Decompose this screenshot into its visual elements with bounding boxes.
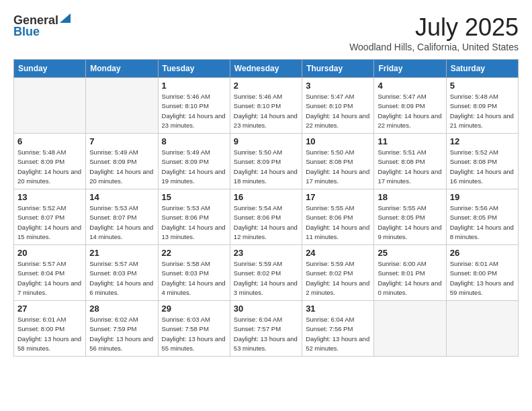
day-info: Sunrise: 5:59 AMSunset: 8:02 PMDaylight:… [234, 259, 298, 298]
calendar-cell: 19Sunrise: 5:56 AMSunset: 8:05 PMDayligh… [446, 189, 518, 245]
calendar-cell: 2Sunrise: 5:46 AMSunset: 8:10 PMDaylight… [230, 78, 302, 134]
week-row: 20Sunrise: 5:57 AMSunset: 8:04 PMDayligh… [14, 245, 519, 301]
day-info: Sunrise: 5:57 AMSunset: 8:04 PMDaylight:… [17, 259, 82, 298]
day-info: Sunrise: 5:53 AMSunset: 8:07 PMDaylight:… [89, 203, 154, 242]
calendar-cell: 21Sunrise: 5:57 AMSunset: 8:03 PMDayligh… [86, 245, 158, 301]
week-row: 1Sunrise: 5:46 AMSunset: 8:10 PMDaylight… [14, 78, 519, 134]
day-info: Sunrise: 5:55 AMSunset: 8:06 PMDaylight:… [306, 203, 370, 242]
day-number: 5 [450, 81, 515, 91]
calendar-cell: 25Sunrise: 6:00 AMSunset: 8:01 PMDayligh… [374, 245, 446, 301]
logo-arrow [60, 13, 71, 26]
week-row: 27Sunrise: 6:01 AMSunset: 8:00 PMDayligh… [14, 301, 519, 357]
calendar-cell: 23Sunrise: 5:59 AMSunset: 8:02 PMDayligh… [230, 245, 302, 301]
day-info: Sunrise: 6:02 AMSunset: 7:59 PMDaylight:… [89, 315, 154, 353]
calendar-cell: 11Sunrise: 5:51 AMSunset: 8:08 PMDayligh… [374, 134, 446, 189]
day-info: Sunrise: 5:46 AMSunset: 8:10 PMDaylight:… [234, 92, 298, 130]
calendar-cell: 5Sunrise: 5:48 AMSunset: 8:09 PMDaylight… [446, 78, 518, 134]
calendar-cell: 13Sunrise: 5:52 AMSunset: 8:07 PMDayligh… [14, 189, 86, 245]
calendar-cell: 26Sunrise: 6:01 AMSunset: 8:00 PMDayligh… [446, 245, 518, 301]
day-number: 2 [234, 81, 298, 91]
calendar-cell: 4Sunrise: 5:47 AMSunset: 8:09 PMDaylight… [374, 78, 446, 134]
day-number: 19 [450, 192, 515, 202]
day-info: Sunrise: 6:01 AMSunset: 8:00 PMDaylight:… [450, 259, 515, 298]
calendar-cell [446, 301, 518, 357]
day-number: 30 [234, 304, 298, 314]
day-info: Sunrise: 5:58 AMSunset: 8:03 PMDaylight:… [162, 259, 226, 298]
page-header: General Blue July 2025 Woodland Hills, C… [13, 13, 519, 52]
day-number: 4 [378, 81, 442, 91]
day-number: 27 [17, 304, 82, 314]
logo-blue: Blue [13, 25, 40, 39]
day-number: 18 [378, 192, 442, 202]
day-info: Sunrise: 5:47 AMSunset: 8:09 PMDaylight:… [378, 92, 442, 130]
calendar-cell: 10Sunrise: 5:50 AMSunset: 8:08 PMDayligh… [302, 134, 374, 189]
day-info: Sunrise: 5:51 AMSunset: 8:08 PMDaylight:… [378, 148, 442, 186]
day-info: Sunrise: 6:03 AMSunset: 7:58 PMDaylight:… [162, 315, 226, 353]
calendar-cell: 9Sunrise: 5:50 AMSunset: 8:09 PMDaylight… [230, 134, 302, 189]
header-day: Monday [86, 60, 158, 78]
day-info: Sunrise: 5:55 AMSunset: 8:05 PMDaylight:… [378, 203, 442, 242]
calendar-cell: 14Sunrise: 5:53 AMSunset: 8:07 PMDayligh… [86, 189, 158, 245]
day-number: 11 [378, 136, 442, 146]
header-row: SundayMondayTuesdayWednesdayThursdayFrid… [14, 60, 519, 78]
day-number: 7 [89, 136, 154, 146]
day-info: Sunrise: 5:48 AMSunset: 8:09 PMDaylight:… [17, 148, 82, 186]
day-number: 15 [162, 192, 226, 202]
calendar-cell: 7Sunrise: 5:49 AMSunset: 8:09 PMDaylight… [86, 134, 158, 189]
day-info: Sunrise: 5:52 AMSunset: 8:08 PMDaylight:… [450, 148, 515, 186]
day-number: 13 [17, 192, 82, 202]
calendar-cell: 3Sunrise: 5:47 AMSunset: 8:10 PMDaylight… [302, 78, 374, 134]
day-info: Sunrise: 5:53 AMSunset: 8:06 PMDaylight:… [162, 203, 226, 242]
day-info: Sunrise: 5:48 AMSunset: 8:09 PMDaylight:… [450, 92, 515, 130]
day-number: 26 [450, 248, 515, 258]
calendar-cell: 24Sunrise: 5:59 AMSunset: 8:02 PMDayligh… [302, 245, 374, 301]
day-info: Sunrise: 6:01 AMSunset: 8:00 PMDaylight:… [17, 315, 82, 353]
day-number: 28 [89, 304, 154, 314]
calendar-table: SundayMondayTuesdayWednesdayThursdayFrid… [13, 59, 519, 357]
day-number: 25 [378, 248, 442, 258]
calendar-cell: 1Sunrise: 5:46 AMSunset: 8:10 PMDaylight… [158, 78, 230, 134]
day-number: 6 [17, 136, 82, 146]
day-info: Sunrise: 5:59 AMSunset: 8:02 PMDaylight:… [306, 259, 370, 298]
header-day: Thursday [302, 60, 374, 78]
calendar-cell: 17Sunrise: 5:55 AMSunset: 8:06 PMDayligh… [302, 189, 374, 245]
calendar-cell: 27Sunrise: 6:01 AMSunset: 8:00 PMDayligh… [14, 301, 86, 357]
day-number: 29 [162, 304, 226, 314]
day-number: 22 [162, 248, 226, 258]
day-number: 17 [306, 192, 370, 202]
day-number: 9 [234, 136, 298, 146]
day-info: Sunrise: 5:54 AMSunset: 8:06 PMDaylight:… [234, 203, 298, 242]
day-info: Sunrise: 5:56 AMSunset: 8:05 PMDaylight:… [450, 203, 515, 242]
calendar-cell: 22Sunrise: 5:58 AMSunset: 8:03 PMDayligh… [158, 245, 230, 301]
day-number: 12 [450, 136, 515, 146]
day-number: 31 [306, 304, 370, 314]
header-day: Saturday [446, 60, 518, 78]
month-title: July 2025 [349, 13, 519, 42]
calendar-cell: 31Sunrise: 6:04 AMSunset: 7:56 PMDayligh… [302, 301, 374, 357]
day-info: Sunrise: 5:50 AMSunset: 8:08 PMDaylight:… [306, 148, 370, 186]
day-number: 8 [162, 136, 226, 146]
day-number: 23 [234, 248, 298, 258]
header-day: Tuesday [158, 60, 230, 78]
calendar-cell: 15Sunrise: 5:53 AMSunset: 8:06 PMDayligh… [158, 189, 230, 245]
day-info: Sunrise: 5:49 AMSunset: 8:09 PMDaylight:… [162, 148, 226, 186]
day-info: Sunrise: 6:00 AMSunset: 8:01 PMDaylight:… [378, 259, 442, 298]
week-row: 6Sunrise: 5:48 AMSunset: 8:09 PMDaylight… [14, 134, 519, 189]
calendar-cell [86, 78, 158, 134]
calendar-cell: 20Sunrise: 5:57 AMSunset: 8:04 PMDayligh… [14, 245, 86, 301]
day-number: 10 [306, 136, 370, 146]
calendar-cell: 28Sunrise: 6:02 AMSunset: 7:59 PMDayligh… [86, 301, 158, 357]
day-number: 16 [234, 192, 298, 202]
day-number: 1 [162, 81, 226, 91]
day-number: 14 [89, 192, 154, 202]
day-info: Sunrise: 6:04 AMSunset: 7:56 PMDaylight:… [306, 315, 370, 353]
day-number: 20 [17, 248, 82, 258]
day-info: Sunrise: 6:04 AMSunset: 7:57 PMDaylight:… [234, 315, 298, 353]
day-info: Sunrise: 5:52 AMSunset: 8:07 PMDaylight:… [17, 203, 82, 242]
week-row: 13Sunrise: 5:52 AMSunset: 8:07 PMDayligh… [14, 189, 519, 245]
day-info: Sunrise: 5:50 AMSunset: 8:09 PMDaylight:… [234, 148, 298, 186]
day-number: 3 [306, 81, 370, 91]
svg-marker-0 [60, 13, 71, 23]
logo: General Blue [13, 13, 71, 39]
header-day: Wednesday [230, 60, 302, 78]
